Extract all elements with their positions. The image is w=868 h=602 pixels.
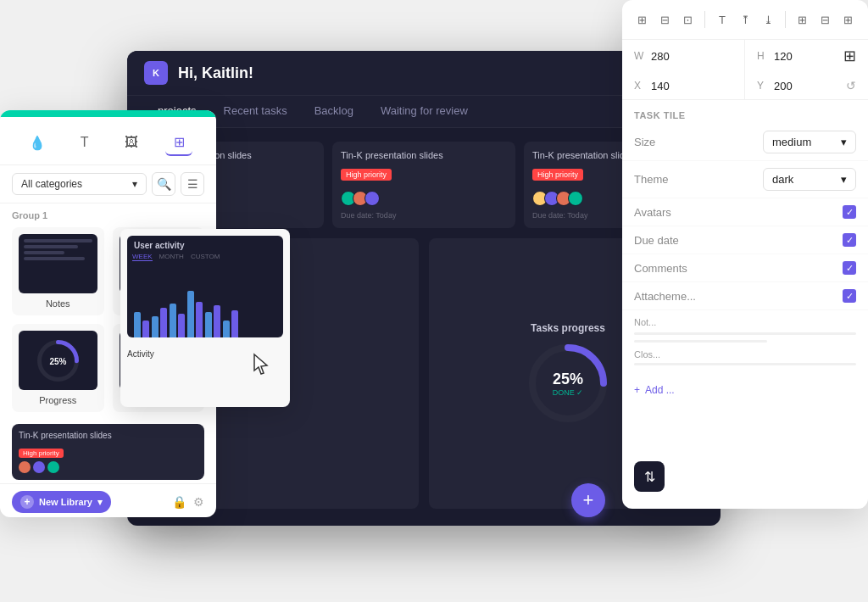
add-button[interactable]: + Add ... (622, 377, 868, 403)
bar-blue (170, 304, 176, 337)
tab-backlog[interactable]: Backlog (301, 96, 367, 127)
bar-blue (187, 291, 194, 337)
rotation-icon[interactable]: ↺ (846, 79, 856, 92)
attachments-checkbox[interactable]: ✓ (843, 289, 856, 303)
chart-tab-month[interactable]: MONTH (159, 253, 184, 261)
chevron-down-icon: ▾ (841, 173, 847, 186)
task-badge: High priority (341, 169, 392, 181)
chevron-down-icon: ▾ (841, 136, 847, 148)
bar-group-2 (152, 308, 167, 337)
width-coord: W 280 (622, 40, 745, 72)
chevron-down-icon: ▾ (132, 178, 137, 190)
thumb-card-subtitle: Activity (120, 344, 290, 364)
comments-checkbox[interactable]: ✓ (843, 261, 856, 275)
props-avatars-row: Avatars ✓ (622, 198, 868, 226)
x-coord: X 140 (622, 72, 745, 99)
align-right-tool[interactable]: ⊡ (678, 8, 698, 31)
sidebar-bottom: + New Library ▾ 🔒 ⚙ (0, 483, 216, 517)
progress-done-label: DONE ✓ (553, 387, 584, 396)
sidebar-filter-row: All categories ▾ 🔍 ☰ (0, 165, 216, 203)
task-avatars (341, 191, 507, 206)
progress-ring-icon: 25% (35, 337, 81, 384)
new-library-plus-icon: + (20, 495, 34, 509)
sidebar-toolbar: 💧 T 🖼 ⊞ (0, 117, 216, 165)
height-value[interactable]: 120 (774, 50, 793, 63)
bar-purple (231, 310, 238, 337)
user-avatar: K (144, 61, 168, 85)
props-notes: Not... Clos... (622, 310, 868, 377)
props-toolbar: ⊞ ⊟ ⊡ T ⤒ ⤓ ⊞ ⊟ ⊞ (622, 0, 868, 40)
add-label: Add ... (645, 384, 675, 396)
attachments-label: Attacheme... (634, 290, 843, 303)
width-label: W (634, 50, 646, 62)
chart-tab-custom[interactable]: CUSTOM (191, 253, 220, 261)
size-select[interactable]: medium ▾ (763, 131, 856, 153)
y-value[interactable]: 200 (774, 80, 793, 92)
task-card-2[interactable]: Tin-K presentation slides High priority … (332, 142, 515, 228)
note-line-1 (24, 239, 92, 242)
progress-ring: 25% DONE ✓ (526, 341, 610, 426)
avatar-3 (364, 191, 380, 206)
align-bottom-tool[interactable]: ⤓ (759, 8, 778, 31)
tab-recent-tasks[interactable]: Recent tasks (210, 96, 301, 127)
widget-notes[interactable]: Notes (12, 227, 104, 315)
bar-group-1 (134, 312, 149, 337)
comments-label: Comments (634, 262, 843, 275)
width-value[interactable]: 280 (651, 50, 670, 63)
bar-group-3 (170, 304, 185, 337)
text-tool[interactable]: T (712, 8, 732, 31)
bar-blue (134, 312, 141, 337)
bar-blue (205, 312, 212, 337)
tool-image[interactable]: 🖼 (118, 129, 145, 156)
search-filter-button[interactable]: 🔍 (152, 172, 175, 196)
distribute-h-tool[interactable]: ⊞ (793, 8, 812, 31)
duedate-checkbox[interactable]: ✓ (843, 233, 856, 247)
theme-select[interactable]: dark ▾ (763, 168, 856, 191)
mini-avatar (47, 461, 59, 473)
height-coord: H 120 ⊞ (745, 40, 868, 72)
bar-blue (223, 321, 230, 337)
props-duedate-row: Due date ✓ (622, 226, 868, 254)
tool-grid[interactable]: ⊞ (165, 129, 192, 156)
bar-purple (142, 321, 149, 337)
align-center-tool[interactable]: ⊟ (655, 8, 675, 31)
sidebar-task-preview-avatars (19, 461, 198, 473)
tab-waiting-review[interactable]: Waiting for review (367, 96, 481, 127)
lock-icon: 🔒 (172, 495, 186, 509)
distribute-v-tool[interactable]: ⊟ (815, 8, 835, 31)
widget-progress[interactable]: 25% Progress (12, 324, 104, 412)
tool-droplet[interactable]: 💧 (24, 129, 51, 156)
duedate-label: Due date (634, 234, 843, 247)
new-library-label: New Library (39, 497, 92, 507)
mini-avatar (33, 461, 45, 473)
progress-title: Tasks progress (531, 322, 605, 334)
chevron-down-icon: ▾ (97, 497, 103, 508)
filter-settings-button[interactable]: ⇅ (634, 461, 665, 492)
task-badge: High priority (532, 169, 583, 181)
widget-progress-label: Progress (39, 395, 76, 405)
bar-purple (214, 305, 220, 337)
close-label: Clos... (634, 349, 856, 360)
fab-button[interactable]: + (571, 483, 605, 517)
size-label: Size (634, 136, 763, 148)
list-filter-button[interactable]: ☰ (181, 172, 204, 196)
x-value[interactable]: 140 (651, 80, 670, 92)
sidebar-accent-bar (0, 110, 216, 117)
align-top-tool[interactable]: ⤒ (735, 8, 754, 31)
size-value: medium (772, 136, 811, 148)
align-left-tool[interactable]: ⊞ (632, 8, 652, 31)
link-icon[interactable]: ⊞ (843, 47, 856, 65)
progress-percentage: 25% (553, 370, 584, 387)
widget-progress-preview: 25% (19, 331, 97, 390)
new-library-button[interactable]: + New Library ▾ (12, 491, 111, 513)
grid-tool[interactable]: ⊞ (838, 8, 858, 31)
note-line-3 (634, 363, 856, 365)
props-attachments-row: Attacheme... ✓ (622, 282, 868, 310)
tool-text[interactable]: T (71, 129, 98, 156)
category-select[interactable]: All categories ▾ (12, 173, 147, 195)
avatars-checkbox[interactable]: ✓ (843, 205, 856, 219)
plus-icon: + (634, 384, 640, 396)
chart-tab-week[interactable]: WEEK (132, 253, 153, 261)
props-comments-row: Comments ✓ (622, 254, 868, 282)
gear-icon: ⚙ (193, 495, 204, 509)
